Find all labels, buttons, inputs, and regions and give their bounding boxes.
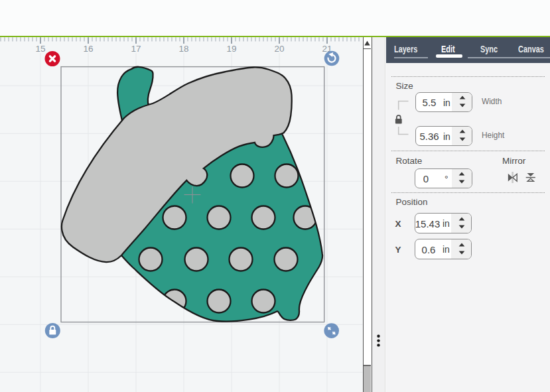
svg-text:20: 20 <box>274 44 284 54</box>
svg-text:15: 15 <box>35 44 45 54</box>
svg-text:17: 17 <box>131 44 141 54</box>
svg-text:19: 19 <box>226 44 236 54</box>
svg-text:18: 18 <box>178 44 188 54</box>
svg-text:16: 16 <box>83 44 93 54</box>
